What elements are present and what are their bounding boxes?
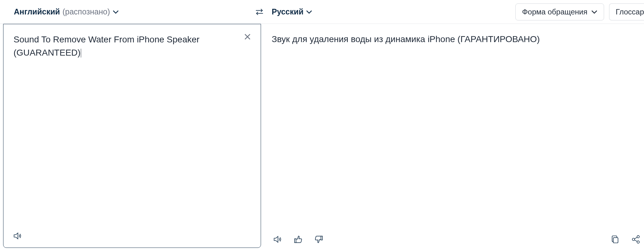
formality-dropdown[interactable]: Форма обращения (515, 3, 604, 20)
svg-rect-4 (613, 237, 618, 243)
svg-line-8 (635, 237, 637, 239)
thumbs-down-icon (314, 235, 324, 245)
target-language-label: Русский (272, 7, 303, 16)
formality-label: Форма обращения (522, 8, 587, 16)
chevron-down-icon (113, 9, 119, 15)
close-icon (244, 33, 251, 42)
translator-container: Английский (распознано) Русский Форма об… (0, 0, 644, 251)
swap-languages-button[interactable] (254, 6, 265, 18)
target-bottom-right (609, 234, 644, 246)
target-language-selector[interactable]: Русский (272, 7, 312, 16)
play-target-audio-button[interactable] (272, 234, 283, 246)
glossary-label: Глоссар (616, 8, 644, 16)
source-language-detected-label: (распознано) (63, 7, 110, 16)
translation-panels: Sound To Remove Water From iPhone Speake… (0, 24, 644, 251)
speaker-icon (13, 231, 22, 242)
play-source-audio-button[interactable] (12, 231, 23, 242)
header-right-controls: Форма обращения Глоссар (515, 3, 644, 20)
target-panel: Звук для удаления воды из динамика iPhon… (261, 24, 644, 251)
thumbs-up-icon (293, 235, 303, 245)
thumbs-down-button[interactable] (313, 234, 325, 246)
chevron-down-icon (306, 9, 312, 15)
source-language-selector[interactable]: Английский (распознано) (14, 7, 119, 16)
target-text-output: Звук для удаления воды из динамика iPhon… (272, 24, 644, 232)
source-text-input[interactable]: Sound To Remove Water From iPhone Speake… (3, 24, 261, 229)
copy-icon (610, 235, 620, 245)
svg-line-9 (635, 240, 637, 242)
thumbs-up-button[interactable] (292, 234, 304, 246)
speaker-icon (273, 235, 282, 245)
clear-source-button[interactable] (242, 32, 253, 43)
source-language-label: Английский (14, 7, 60, 16)
svg-point-6 (632, 238, 635, 241)
glossary-button[interactable]: Глоссар (609, 3, 644, 20)
svg-point-5 (637, 236, 640, 238)
svg-point-7 (637, 241, 640, 243)
source-bottom-bar (3, 229, 261, 248)
copy-button[interactable] (609, 234, 621, 246)
share-button[interactable] (630, 234, 641, 246)
target-bottom-bar (272, 232, 644, 251)
chevron-down-icon (591, 9, 597, 15)
share-icon (631, 235, 641, 245)
source-panel: Sound To Remove Water From iPhone Speake… (3, 24, 261, 248)
header-bar: Английский (распознано) Русский Форма об… (0, 0, 644, 24)
